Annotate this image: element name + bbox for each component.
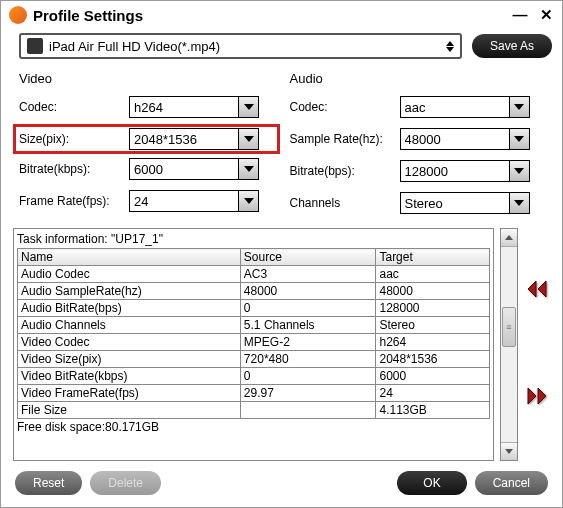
table-cell: h264 bbox=[376, 334, 490, 351]
app-icon bbox=[9, 6, 27, 24]
table-row[interactable]: Video BitRate(kbps)06000 bbox=[18, 368, 490, 385]
ok-button[interactable]: OK bbox=[397, 471, 466, 495]
video-size-input[interactable] bbox=[130, 129, 238, 149]
table-cell: AC3 bbox=[240, 266, 376, 283]
table-row[interactable]: Audio CodecAC3aac bbox=[18, 266, 490, 283]
video-title: Video bbox=[19, 71, 278, 86]
audio-codec-row: Codec: bbox=[286, 96, 549, 118]
video-size-row: Size(pix): bbox=[15, 126, 278, 152]
scroll-track[interactable] bbox=[501, 247, 517, 442]
audio-title: Audio bbox=[290, 71, 549, 86]
audio-samplerate-input[interactable] bbox=[401, 129, 509, 149]
table-cell: Video BitRate(kbps) bbox=[18, 368, 241, 385]
audio-channels-select[interactable] bbox=[400, 192, 530, 214]
table-cell: 720*480 bbox=[240, 351, 376, 368]
audio-codec-input[interactable] bbox=[401, 97, 509, 117]
table-cell: 29.97 bbox=[240, 385, 376, 402]
table-header-row: Name Source Target bbox=[18, 249, 490, 266]
audio-channels-input[interactable] bbox=[401, 193, 509, 213]
device-icon bbox=[27, 38, 43, 54]
save-as-button[interactable]: Save As bbox=[472, 34, 552, 58]
table-cell: 24 bbox=[376, 385, 490, 402]
scroll-thumb[interactable] bbox=[502, 307, 516, 347]
table-cell: File Size bbox=[18, 402, 241, 419]
table-row[interactable]: Video CodecMPEG-2h264 bbox=[18, 334, 490, 351]
table-cell: 6000 bbox=[376, 368, 490, 385]
video-framerate-row: Frame Rate(fps): bbox=[15, 190, 278, 212]
table-row[interactable]: File Size4.113GB bbox=[18, 402, 490, 419]
table-cell: Stereo bbox=[376, 317, 490, 334]
table-cell: 5.1 Channels bbox=[240, 317, 376, 334]
table-row[interactable]: Audio Channels5.1 ChannelsStereo bbox=[18, 317, 490, 334]
video-bitrate-input[interactable] bbox=[130, 159, 238, 179]
prev-task-button[interactable] bbox=[526, 279, 548, 303]
audio-codec-label: Codec: bbox=[290, 100, 400, 114]
chevron-down-icon[interactable] bbox=[509, 129, 529, 149]
reset-button[interactable]: Reset bbox=[15, 471, 82, 495]
chevron-down-icon[interactable] bbox=[238, 97, 258, 117]
audio-bitrate-input[interactable] bbox=[401, 161, 509, 181]
video-codec-input[interactable] bbox=[130, 97, 238, 117]
close-button[interactable]: ✕ bbox=[538, 7, 554, 23]
scroll-down-button[interactable] bbox=[501, 442, 517, 460]
table-row[interactable]: Video Size(pix)720*4802048*1536 bbox=[18, 351, 490, 368]
table-cell: Audio BitRate(bps) bbox=[18, 300, 241, 317]
audio-samplerate-select[interactable] bbox=[400, 128, 530, 150]
table-row[interactable]: Video FrameRate(fps)29.9724 bbox=[18, 385, 490, 402]
table-cell: MPEG-2 bbox=[240, 334, 376, 351]
video-column: Video Codec: Size(pix): Bitrate(kbps): F… bbox=[15, 71, 278, 224]
double-right-icon bbox=[526, 386, 548, 406]
table-cell: Video FrameRate(fps) bbox=[18, 385, 241, 402]
minimize-button[interactable]: — bbox=[512, 7, 528, 23]
video-bitrate-label: Bitrate(kbps): bbox=[19, 162, 129, 176]
table-cell: Audio Channels bbox=[18, 317, 241, 334]
chevron-down-icon[interactable] bbox=[238, 191, 258, 211]
video-bitrate-select[interactable] bbox=[129, 158, 259, 180]
cancel-button[interactable]: Cancel bbox=[475, 471, 548, 495]
profile-name: iPad Air Full HD Video(*.mp4) bbox=[49, 39, 440, 54]
chevron-down-icon[interactable] bbox=[509, 193, 529, 213]
video-framerate-select[interactable] bbox=[129, 190, 259, 212]
scroll-up-button[interactable] bbox=[501, 229, 517, 247]
col-source[interactable]: Source bbox=[240, 249, 376, 266]
nav-column bbox=[524, 228, 550, 461]
profile-select[interactable]: iPad Air Full HD Video(*.mp4) bbox=[19, 33, 462, 59]
chevron-down-icon[interactable] bbox=[509, 161, 529, 181]
col-target[interactable]: Target bbox=[376, 249, 490, 266]
table-cell: Video Codec bbox=[18, 334, 241, 351]
audio-samplerate-label: Sample Rate(hz): bbox=[290, 132, 400, 146]
table-cell: 0 bbox=[240, 368, 376, 385]
video-codec-row: Codec: bbox=[15, 96, 278, 118]
video-codec-select[interactable] bbox=[129, 96, 259, 118]
audio-bitrate-row: Bitrate(bps): bbox=[286, 160, 549, 182]
col-name[interactable]: Name bbox=[18, 249, 241, 266]
table-cell bbox=[240, 402, 376, 419]
video-size-select[interactable] bbox=[129, 128, 259, 150]
table-cell: Audio SampleRate(hz) bbox=[18, 283, 241, 300]
audio-bitrate-select[interactable] bbox=[400, 160, 530, 182]
audio-bitrate-label: Bitrate(bps): bbox=[290, 164, 400, 178]
delete-button: Delete bbox=[90, 471, 161, 495]
table-cell: Audio Codec bbox=[18, 266, 241, 283]
chevron-down-icon[interactable] bbox=[238, 129, 258, 149]
table-cell: 48000 bbox=[240, 283, 376, 300]
chevron-down-icon[interactable] bbox=[509, 97, 529, 117]
chevron-down-icon[interactable] bbox=[238, 159, 258, 179]
audio-channels-row: Channels bbox=[286, 192, 549, 214]
audio-codec-select[interactable] bbox=[400, 96, 530, 118]
settings-panel: Video Codec: Size(pix): Bitrate(kbps): F… bbox=[1, 69, 562, 224]
audio-samplerate-row: Sample Rate(hz): bbox=[286, 128, 549, 150]
audio-channels-label: Channels bbox=[290, 196, 400, 210]
video-codec-label: Codec: bbox=[19, 100, 129, 114]
video-framerate-input[interactable] bbox=[130, 191, 238, 211]
task-info-box: Task information: "UP17_1" Name Source T… bbox=[13, 228, 494, 461]
video-framerate-label: Frame Rate(fps): bbox=[19, 194, 129, 208]
next-task-button[interactable] bbox=[526, 386, 548, 410]
table-row[interactable]: Audio BitRate(bps)0128000 bbox=[18, 300, 490, 317]
vertical-scrollbar[interactable] bbox=[500, 228, 518, 461]
window-title: Profile Settings bbox=[33, 7, 502, 24]
profile-bar: iPad Air Full HD Video(*.mp4) Save As bbox=[1, 29, 562, 69]
table-row[interactable]: Audio SampleRate(hz)4800048000 bbox=[18, 283, 490, 300]
spinner-icon[interactable] bbox=[440, 41, 460, 52]
audio-column: Audio Codec: Sample Rate(hz): Bitrate(bp… bbox=[286, 71, 549, 224]
